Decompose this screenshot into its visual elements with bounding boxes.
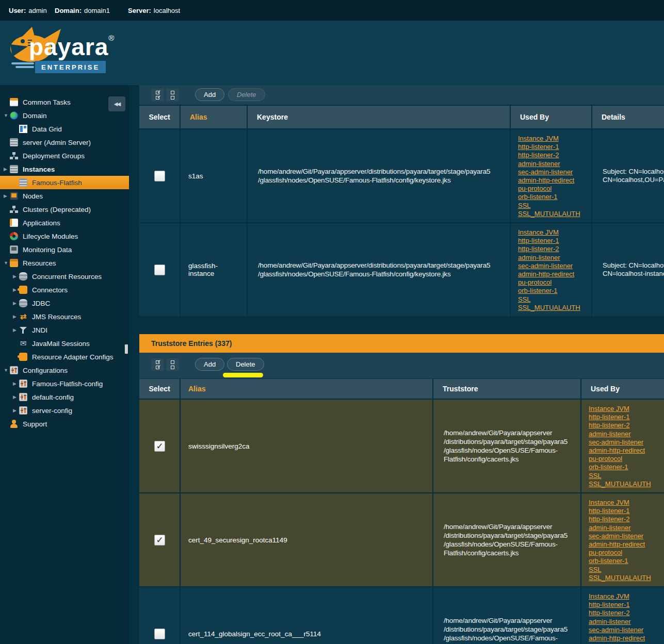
used-by-link[interactable]: http-listener-2	[518, 245, 588, 253]
used-by-link[interactable]: orb-listener-1	[589, 557, 664, 565]
used-by-link[interactable]: http-listener-1	[518, 143, 588, 151]
sidebar-item-label: Domain	[23, 112, 47, 120]
sidebar-item-deployment-groups[interactable]: Deployment Groups	[0, 149, 129, 162]
used-by-link[interactable]: SSL_MUTUALAUTH	[518, 304, 588, 312]
used-by-link[interactable]: Instance JVM	[589, 592, 664, 601]
tree-collapsed-arrow-icon[interactable]: ▶	[3, 167, 10, 172]
deselect-all-icon[interactable]	[166, 358, 179, 371]
used-by-link[interactable]: sec-admin-listener	[518, 168, 588, 176]
used-by-link[interactable]: http-listener-1	[518, 237, 588, 245]
sidebar-item-domain[interactable]: ▼Domain	[0, 109, 129, 122]
row-checkbox[interactable]	[154, 171, 165, 181]
sidebar-item-server-admin-server[interactable]: server (Admin Server)	[0, 136, 129, 149]
used-by-link[interactable]: admin-http-redirect	[589, 540, 664, 549]
used-by-link[interactable]: admin-listener	[589, 524, 664, 532]
tree-collapsed-arrow-icon[interactable]: ▶	[12, 381, 19, 386]
sidebar-item-famous-flatfish[interactable]: Famous-Flatfish	[0, 176, 129, 189]
tree-expanded-arrow-icon[interactable]: ▼	[3, 368, 10, 373]
tree-collapsed-arrow-icon[interactable]: ▶	[12, 274, 19, 279]
used-by-link[interactable]: Instance JVM	[518, 228, 588, 237]
sidebar-item-jdbc[interactable]: ▶JDBC	[0, 296, 129, 310]
used-by-link[interactable]: pu-protocol	[518, 185, 588, 193]
used-by-link[interactable]: sec-admin-listener	[589, 532, 664, 540]
used-by-link[interactable]: http-listener-2	[518, 151, 588, 159]
tree-collapsed-arrow-icon[interactable]: ▶	[12, 327, 19, 333]
deselect-all-icon[interactable]	[166, 89, 179, 101]
sidebar-item-common-tasks[interactable]: Common Tasks	[0, 95, 129, 109]
used-by-link[interactable]: SSL	[518, 202, 588, 210]
sidebar-item-jndi[interactable]: ▶JNDI	[0, 323, 129, 337]
used-by-link[interactable]: pu-protocol	[589, 455, 664, 463]
used-by-link[interactable]: Instance JVM	[589, 499, 664, 507]
sidebar-item-default-config[interactable]: ▶default-config	[0, 390, 129, 404]
row-checkbox[interactable]	[154, 265, 165, 275]
tree-collapsed-arrow-icon[interactable]: ▶	[3, 193, 10, 199]
sidebar-item-connectors[interactable]: ▶Connectors	[0, 283, 129, 296]
used-by-link[interactable]: admin-http-redirect	[589, 634, 664, 642]
truststore-add-button[interactable]: Add	[195, 358, 224, 371]
used-by-link[interactable]: orb-listener-1	[518, 193, 588, 201]
keystore-add-button[interactable]: Add	[195, 88, 224, 101]
used-by-link[interactable]: Instance JVM	[518, 135, 588, 143]
used-by-link[interactable]: sec-admin-listener	[589, 626, 664, 634]
tree-collapsed-arrow-icon[interactable]: ▶	[12, 408, 19, 413]
sidebar-item-server-config[interactable]: ▶server-config	[0, 404, 129, 417]
used-by-link[interactable]: SSL_MUTUALAUTH	[518, 210, 588, 218]
tree-expanded-arrow-icon[interactable]: ▼	[3, 113, 10, 118]
sidebar-item-nodes[interactable]: ▶Nodes	[0, 189, 129, 203]
row-checkbox[interactable]	[154, 629, 165, 639]
used-by-link[interactable]: http-listener-2	[589, 609, 664, 617]
truststore-delete-button[interactable]: Delete	[227, 358, 264, 371]
sidebar-item-clusters-deprecated[interactable]: Clusters (Deprecated)	[0, 203, 129, 216]
used-by-link[interactable]: orb-listener-1	[518, 287, 588, 295]
used-by-link[interactable]: sec-admin-listener	[589, 438, 664, 447]
used-by-link[interactable]: http-listener-2	[589, 421, 664, 430]
used-by-link[interactable]: SSL_MUTUALAUTH	[589, 480, 664, 488]
sidebar-scrollbar[interactable]	[125, 344, 128, 354]
used-by-link[interactable]: sec-admin-listener	[518, 262, 588, 270]
sidebar-item-resource-adapter-configs[interactable]: Resource Adapter Configs	[0, 350, 129, 364]
used-by-link[interactable]: SSL	[589, 566, 664, 574]
sidebar-item-jms-resources[interactable]: ▶⇄JMS Resources	[0, 310, 129, 323]
tree-expanded-arrow-icon[interactable]: ▼	[3, 260, 10, 266]
sidebar-item-applications[interactable]: Applications	[0, 216, 129, 229]
used-by-link[interactable]: http-listener-2	[589, 515, 664, 523]
sidebar-item-lifecycle-modules[interactable]: Lifecycle Modules	[0, 229, 129, 243]
row-checkbox[interactable]	[154, 441, 165, 452]
keystore-delete-button: Delete	[228, 88, 265, 101]
used-by-link[interactable]: SSL_MUTUALAUTH	[589, 574, 664, 582]
used-by-link[interactable]: SSL	[589, 472, 664, 480]
sidebar-item-instances[interactable]: ▶Instances	[0, 162, 129, 176]
sidebar-item-monitoring-data[interactable]: Monitoring Data	[0, 243, 129, 256]
row-checkbox[interactable]	[154, 535, 165, 546]
used-by-link[interactable]: admin-listener	[589, 618, 664, 626]
sidebar-item-support[interactable]: Support	[0, 417, 129, 431]
tree-collapsed-arrow-icon[interactable]: ▶	[12, 394, 19, 400]
sidebar-item-famous-flatfish-config[interactable]: ▶Famous-Flatfish-config	[0, 377, 129, 390]
server-icon	[10, 138, 18, 146]
node-icon	[10, 192, 18, 200]
select-all-icon[interactable]	[151, 358, 164, 371]
used-by-link[interactable]: pu-protocol	[518, 278, 588, 287]
used-by-link[interactable]: admin-listener	[589, 430, 664, 438]
used-by-link[interactable]: pu-protocol	[589, 549, 664, 557]
used-by-link[interactable]: orb-listener-1	[589, 463, 664, 471]
select-all-icon[interactable]	[151, 89, 164, 101]
used-by-link[interactable]: SSL	[518, 295, 588, 304]
tree-collapsed-arrow-icon[interactable]: ▶	[12, 314, 19, 319]
used-by-link[interactable]: http-listener-1	[589, 507, 664, 515]
used-by-link[interactable]: Instance JVM	[589, 405, 664, 413]
used-by-link[interactable]: admin-listener	[518, 254, 588, 262]
used-by-link[interactable]: http-listener-1	[589, 601, 664, 609]
used-by-link[interactable]: admin-listener	[518, 160, 588, 168]
used-by-link[interactable]: admin-http-redirect	[589, 447, 664, 455]
sidebar-item-concurrent-resources[interactable]: ▶Concurrent Resources	[0, 270, 129, 283]
tree-collapsed-arrow-icon[interactable]: ▶	[12, 301, 19, 306]
used-by-link[interactable]: http-listener-1	[589, 413, 664, 421]
sidebar-item-resources[interactable]: ▼Resources	[0, 256, 129, 270]
sidebar-item-configurations[interactable]: ▼Configurations	[0, 364, 129, 377]
used-by-link[interactable]: admin-http-redirect	[518, 176, 588, 185]
sidebar-item-javamail-sessions[interactable]: ✉JavaMail Sessions	[0, 337, 129, 350]
sidebar-item-data-grid[interactable]: Data Grid	[0, 122, 129, 136]
used-by-link[interactable]: admin-http-redirect	[518, 270, 588, 278]
